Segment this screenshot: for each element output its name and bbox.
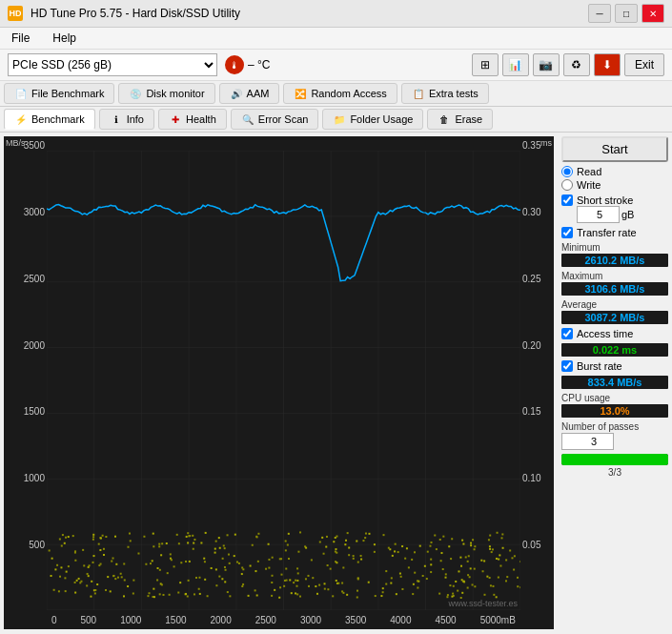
progress-bar-outer bbox=[561, 454, 668, 465]
chart-area: MB/s ms 3500 3000 2500 2000 1500 1000 50… bbox=[4, 136, 554, 629]
erase-icon: 🗑 bbox=[438, 112, 451, 126]
extra-tests-icon: 📋 bbox=[412, 87, 425, 100]
temp-icon: 🌡 bbox=[225, 55, 244, 74]
short-stroke-checkbox[interactable] bbox=[561, 194, 573, 206]
title-bar-text: HD Tune Pro 5.75 - Hard Disk/SSD Utility bbox=[31, 7, 580, 20]
error-scan-icon: 🔍 bbox=[241, 112, 255, 126]
burst-rate-checkbox[interactable] bbox=[561, 360, 573, 372]
progress-label: 3/3 bbox=[561, 467, 668, 478]
access-time-checkbox-label[interactable]: Access time bbox=[561, 328, 668, 339]
health-icon: ✚ bbox=[169, 112, 182, 126]
random-access-icon: 🔀 bbox=[294, 87, 307, 100]
close-button[interactable]: ✕ bbox=[641, 4, 664, 23]
minimum-section: Minimum 2610.2 MB/s bbox=[561, 242, 668, 267]
transfer-rate-checkbox-label[interactable]: Transfer rate bbox=[561, 227, 668, 238]
radio-read[interactable]: Read bbox=[561, 166, 668, 177]
progress-section: 3/3 bbox=[561, 454, 668, 478]
tab-erase[interactable]: 🗑 Erase bbox=[427, 109, 493, 130]
temp-value: – °C bbox=[248, 58, 270, 72]
toolbar-btn-5[interactable]: ⬇ bbox=[594, 53, 621, 76]
toolbar-btn-4[interactable]: ♻ bbox=[563, 53, 590, 76]
access-time-checkbox[interactable] bbox=[561, 328, 573, 339]
burst-rate-value: 833.4 MB/s bbox=[561, 376, 668, 389]
tab-extra-tests[interactable]: 📋 Extra tests bbox=[401, 83, 489, 104]
short-stroke-spinbox-row: gB bbox=[577, 206, 668, 223]
tab-disk-monitor[interactable]: 💿 Disk monitor bbox=[118, 83, 214, 104]
tab-health[interactable]: ✚ Health bbox=[158, 109, 227, 130]
average-section: Average 3087.2 MB/s bbox=[561, 299, 668, 324]
tab-file-benchmark[interactable]: 📄 File Benchmark bbox=[4, 83, 114, 104]
maximum-label: Maximum bbox=[561, 271, 668, 281]
folder-usage-icon: 📁 bbox=[333, 112, 346, 126]
transfer-rate-checkbox[interactable] bbox=[561, 227, 573, 238]
cpu-usage-label: CPU usage bbox=[561, 393, 668, 403]
main-content: MB/s ms 3500 3000 2500 2000 1500 1000 50… bbox=[0, 133, 672, 633]
maximum-section: Maximum 3106.6 MB/s bbox=[561, 271, 668, 296]
file-benchmark-icon: 📄 bbox=[14, 87, 28, 100]
radio-write[interactable]: Write bbox=[561, 179, 668, 191]
exit-button[interactable]: Exit bbox=[624, 53, 664, 76]
chart-labels-left: 3500 3000 2500 2000 1500 1000 500 bbox=[4, 136, 47, 610]
radio-write-input[interactable] bbox=[561, 179, 573, 191]
menu-file[interactable]: File bbox=[8, 30, 33, 47]
aam-icon: 🔊 bbox=[230, 87, 243, 100]
passes-spinbox[interactable] bbox=[561, 433, 614, 450]
app-icon: HD bbox=[8, 6, 23, 21]
progress-bar-inner bbox=[561, 454, 668, 465]
title-bar-controls: ─ □ ✕ bbox=[588, 4, 664, 23]
tab-aam[interactable]: 🔊 AAM bbox=[219, 83, 280, 104]
passes-label: Number of passes bbox=[561, 421, 668, 432]
toolbar-btn-1[interactable]: ⊞ bbox=[472, 53, 499, 76]
toolbar: PCIe SSD (256 gB) 🌡 – °C ⊞ 📊 📷 ♻ ⬇ Exit bbox=[0, 50, 672, 81]
device-select[interactable]: PCIe SSD (256 gB) bbox=[8, 53, 217, 76]
minimum-value: 2610.2 MB/s bbox=[561, 254, 668, 267]
minimum-label: Minimum bbox=[561, 242, 668, 253]
tab-benchmark[interactable]: ⚡ Benchmark bbox=[4, 109, 95, 130]
short-stroke-section: Short stroke gB bbox=[561, 194, 668, 223]
maximum-value: 3106.6 MB/s bbox=[561, 282, 668, 296]
toolbar-icons: ⊞ 📊 📷 ♻ ⬇ Exit bbox=[472, 53, 664, 76]
tabs-row2: ⚡ Benchmark ℹ Info ✚ Health 🔍 Error Scan… bbox=[0, 107, 672, 133]
tab-info[interactable]: ℹ Info bbox=[99, 109, 154, 130]
toolbar-btn-3[interactable]: 📷 bbox=[533, 53, 560, 76]
chart-labels-bottom: 0 500 1000 1500 2000 2500 3000 3500 4000… bbox=[47, 610, 520, 629]
passes-section: Number of passes bbox=[561, 421, 668, 450]
minimize-button[interactable]: ─ bbox=[588, 4, 611, 23]
burst-rate-section: 833.4 MB/s bbox=[561, 376, 668, 389]
tab-error-scan[interactable]: 🔍 Error Scan bbox=[231, 109, 319, 130]
short-stroke-checkbox-label[interactable]: Short stroke bbox=[561, 194, 668, 206]
disk-monitor-icon: 💿 bbox=[129, 87, 142, 100]
average-label: Average bbox=[561, 299, 668, 310]
chart-labels-right: 0.35 0.30 0.25 0.20 0.15 0.10 0.05 bbox=[520, 136, 554, 610]
chart-canvas bbox=[47, 151, 520, 610]
tabs-row1: 📄 File Benchmark 💿 Disk monitor 🔊 AAM 🔀 … bbox=[0, 81, 672, 107]
passes-spinbox-row bbox=[561, 433, 668, 450]
access-time-value: 0.022 ms bbox=[561, 343, 668, 357]
watermark: www.ssd-tester.es bbox=[448, 599, 518, 608]
access-time-section: 0.022 ms bbox=[561, 343, 668, 357]
benchmark-icon: ⚡ bbox=[14, 112, 28, 126]
radio-group: Read Write bbox=[561, 166, 668, 191]
temp-indicator: 🌡 – °C bbox=[225, 55, 270, 74]
average-value: 3087.2 MB/s bbox=[561, 311, 668, 324]
radio-read-input[interactable] bbox=[561, 166, 573, 177]
toolbar-btn-2[interactable]: 📊 bbox=[502, 53, 529, 76]
tab-random-access[interactable]: 🔀 Random Access bbox=[283, 83, 397, 104]
short-stroke-spinbox[interactable] bbox=[577, 206, 620, 223]
start-button[interactable]: Start bbox=[561, 136, 668, 162]
info-icon: ℹ bbox=[110, 112, 123, 126]
menu-bar: File Help bbox=[0, 28, 672, 50]
title-bar: HD HD Tune Pro 5.75 - Hard Disk/SSD Util… bbox=[0, 0, 672, 28]
menu-help[interactable]: Help bbox=[49, 30, 80, 47]
burst-rate-checkbox-label[interactable]: Burst rate bbox=[561, 360, 668, 372]
right-panel: Start Read Write Short stroke gB Tr bbox=[558, 133, 672, 633]
tab-folder-usage[interactable]: 📁 Folder Usage bbox=[322, 109, 423, 130]
cpu-usage-section: CPU usage 13.0% bbox=[561, 393, 668, 418]
maximize-button[interactable]: □ bbox=[615, 4, 638, 23]
cpu-usage-value: 13.0% bbox=[561, 404, 668, 418]
